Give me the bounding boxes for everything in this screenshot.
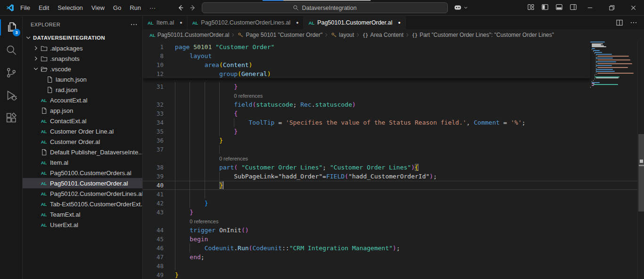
more-actions-icon[interactable] bbox=[130, 21, 138, 28]
activity-bar: 3 bbox=[0, 16, 23, 279]
minimap-line bbox=[592, 85, 594, 86]
breadcrumb-label: Area Content bbox=[370, 32, 404, 38]
tree-item-label: Item.al bbox=[50, 159, 68, 166]
toggle-panel-button[interactable] bbox=[555, 3, 563, 11]
customize-layout-button[interactable] bbox=[527, 3, 535, 11]
tree-item-launch-json[interactable]: launch.json bbox=[23, 74, 142, 85]
code-line: 48 bbox=[143, 262, 637, 271]
line-number: 10 bbox=[143, 60, 164, 69]
tree-item-pag50100-customerorders-al[interactable]: ALPag50100.CustomerOrders.al bbox=[23, 168, 142, 178]
line-number: 42 bbox=[143, 199, 164, 208]
chevron-down-icon bbox=[25, 34, 32, 42]
code-text: } bbox=[175, 271, 179, 279]
tab-pag50101-customerorder-al[interactable]: ALPag50101.CustomerOrder.al● bbox=[304, 16, 405, 29]
tree-item--vscode[interactable]: .vscode bbox=[23, 64, 142, 74]
sticky-scroll[interactable]: 1page 50101 "Customer Order"8 layout10 a… bbox=[143, 41, 590, 79]
menu-item-[interactable]: ··· bbox=[145, 2, 160, 13]
back-button[interactable] bbox=[176, 4, 185, 12]
activity-extensions-button[interactable] bbox=[0, 107, 23, 129]
breadcrumb-segment[interactable]: {}Area Content bbox=[363, 32, 404, 38]
menu-item-selection[interactable]: Selection bbox=[53, 2, 87, 13]
top-strip-gray bbox=[283, 0, 371, 1]
tab-item-al[interactable]: ALItem.al● bbox=[143, 16, 188, 29]
indent-guide bbox=[190, 145, 190, 154]
codelens-references[interactable]: 0 references bbox=[190, 219, 218, 224]
tree-item-item-al[interactable]: ALItem.al bbox=[23, 157, 142, 168]
scrollbar-decoration bbox=[639, 165, 644, 166]
tab-actions bbox=[616, 16, 644, 29]
modified-dot-icon[interactable]: ● bbox=[398, 20, 400, 25]
tree-item-label: app.json bbox=[50, 107, 73, 114]
tree-item-pag50101-customerorder-al[interactable]: ALPag50101.CustomerOrder.al bbox=[23, 178, 142, 188]
toggle-primary-sidebar-button[interactable] bbox=[541, 3, 549, 11]
tree-item--snapshots[interactable]: .snapshots bbox=[23, 53, 142, 64]
tab-pag50102-customerorderlines-al[interactable]: ALPag50102.CustomerOrderLines.al● bbox=[188, 16, 304, 29]
toggle-secondary-sidebar-button[interactable] bbox=[570, 3, 578, 11]
tree-item-userext-al[interactable]: ALUserExt.al bbox=[23, 220, 142, 230]
tree-item-customer-order-al[interactable]: ALCustomer Order.al bbox=[23, 136, 142, 147]
modified-dot-icon[interactable]: ● bbox=[296, 20, 298, 25]
editor[interactable]: 1page 50101 "Customer Order"8 layout10 a… bbox=[143, 41, 644, 279]
restore-button[interactable] bbox=[601, 0, 622, 16]
editor-more-actions-button[interactable] bbox=[630, 19, 637, 26]
breadcrumb-segment[interactable]: ALPag50101.CustomerOrder.al bbox=[149, 32, 229, 38]
line-number: 48 bbox=[143, 262, 164, 271]
codelens-references[interactable]: 0 references bbox=[234, 93, 263, 99]
code-line: 42 } bbox=[143, 199, 637, 208]
menu-item-run[interactable]: Run bbox=[125, 2, 145, 13]
tree-item-pag50102-customerorderlines-al[interactable]: ALPag50102.CustomerOrderLines.al bbox=[23, 188, 142, 199]
code-text: end; bbox=[175, 253, 205, 262]
split-editor-button[interactable] bbox=[616, 19, 623, 26]
modified-dot-icon[interactable]: ● bbox=[180, 20, 182, 25]
tree-item-label: AccountExt.al bbox=[50, 97, 88, 104]
scrollbar[interactable] bbox=[637, 41, 644, 279]
tab-label: Pag50101.CustomerOrder.al bbox=[317, 19, 392, 26]
tree-item-rad-json[interactable]: rad.json bbox=[23, 85, 142, 95]
menu-item-go[interactable]: Go bbox=[109, 2, 125, 13]
tree-item-label: rad.json bbox=[56, 86, 77, 93]
al-file-icon: AL bbox=[148, 19, 154, 26]
activity-run-debug-button[interactable] bbox=[0, 84, 23, 107]
tree-item-accountext-al[interactable]: ALAccountExt.al bbox=[23, 95, 142, 105]
tree-item-app-json[interactable]: app.json bbox=[23, 105, 142, 116]
activity-explorer-button[interactable]: 3 bbox=[0, 16, 23, 39]
breadcrumb-segment[interactable]: Page 50101 "Customer Order" bbox=[238, 32, 322, 38]
braces-icon: {} bbox=[412, 33, 418, 38]
codelens-references[interactable]: 0 references bbox=[219, 156, 248, 161]
code-line: 31 } bbox=[143, 82, 637, 91]
al-file-icon: AL bbox=[40, 138, 48, 145]
tabs: ALItem.al●ALPag50102.CustomerOrderLines.… bbox=[143, 16, 406, 29]
minimap[interactable] bbox=[590, 42, 637, 136]
breadcrumb-segment[interactable]: {}Part "Customer Order Lines": "Customer… bbox=[412, 32, 554, 38]
breadcrumb-segment[interactable]: layout bbox=[331, 32, 354, 38]
minimap-line bbox=[593, 50, 600, 51]
al-file-icon: AL bbox=[40, 211, 48, 218]
copilot-button[interactable] bbox=[454, 3, 469, 12]
tree-item-teamext-al[interactable]: ALTeamExt.al bbox=[23, 209, 142, 220]
tree-item-tab-ext50105-customerorderext-al[interactable]: ALTab-Ext50105.CustomerOrderExt.al bbox=[23, 199, 142, 209]
sticky-shadow-gap bbox=[143, 79, 644, 82]
command-center[interactable]: DataverseIntegration bbox=[202, 2, 448, 13]
code-line: 8 layout bbox=[143, 51, 584, 60]
code-text: { bbox=[175, 109, 238, 118]
activity-search-button[interactable] bbox=[0, 39, 23, 61]
sidebar-header: EXPLORER bbox=[23, 16, 142, 33]
tree-item-label: .vscode bbox=[50, 66, 71, 73]
file-icon bbox=[40, 148, 48, 156]
activity-source-control-button[interactable] bbox=[0, 61, 23, 84]
tree-item--alpackages[interactable]: .alpackages bbox=[23, 43, 142, 53]
tree-item-default-publisher-dataverseinte-[interactable]: Default Publisher_DataverseInte... bbox=[23, 147, 142, 157]
forward-button[interactable] bbox=[189, 4, 198, 12]
minimize-button[interactable] bbox=[579, 0, 601, 16]
minimap-line bbox=[592, 49, 592, 50]
menu-item-file[interactable]: File bbox=[16, 2, 34, 13]
close-button[interactable] bbox=[622, 0, 644, 16]
tree-root-dataverseintegration[interactable]: DATAVERSEINTEGRATION bbox=[23, 33, 142, 43]
tree-item-customer-order-line-al[interactable]: ALCustomer Order Line.al bbox=[23, 126, 142, 136]
vscode-logo-icon bbox=[6, 4, 14, 12]
scrollbar-slider[interactable] bbox=[638, 134, 644, 211]
menu-item-view[interactable]: View bbox=[87, 2, 109, 13]
tree-item-contactext-al[interactable]: ALContactExt.al bbox=[23, 116, 142, 126]
menu-item-edit[interactable]: Edit bbox=[34, 2, 53, 13]
minimap-line bbox=[597, 63, 632, 64]
